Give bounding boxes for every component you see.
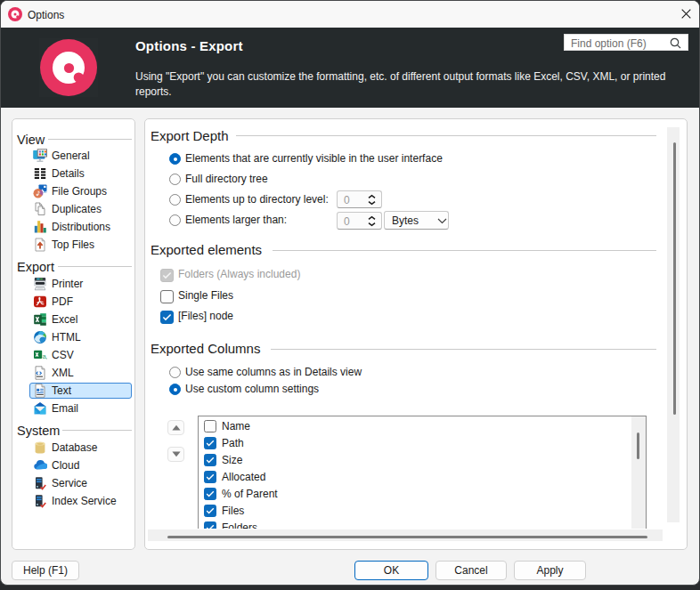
svg-text:a,: a,: [42, 352, 47, 360]
